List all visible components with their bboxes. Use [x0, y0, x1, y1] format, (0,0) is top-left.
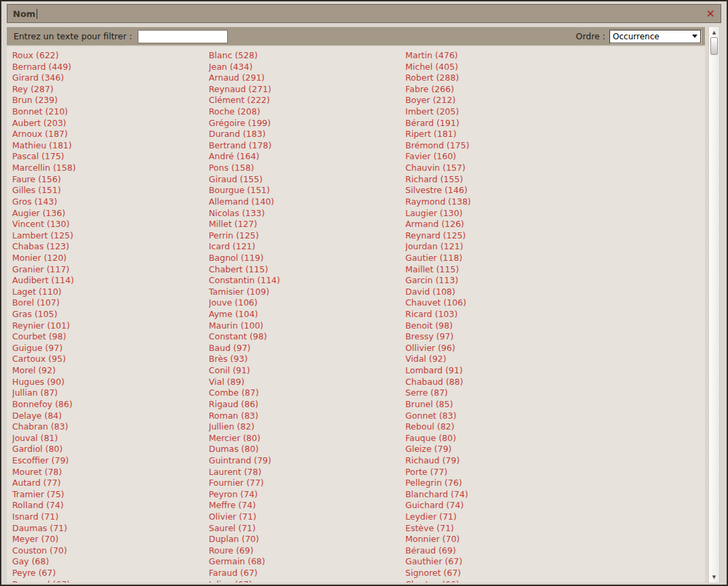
list-item[interactable]: Duplan (70)	[209, 534, 405, 545]
list-item[interactable]: Roman (83)	[209, 411, 405, 422]
list-item[interactable]: Audibert (114)	[12, 275, 209, 287]
list-item[interactable]: Gleize (79)	[405, 444, 602, 455]
list-item[interactable]: Arnoux (187)	[12, 129, 209, 140]
list-item[interactable]: Faure (156)	[12, 174, 209, 186]
filter-input[interactable]	[138, 30, 228, 43]
list-item[interactable]: Serre (87)	[405, 388, 602, 399]
list-item[interactable]: Favier (160)	[405, 151, 602, 163]
list-item[interactable]: Borel (107)	[12, 297, 209, 309]
list-item[interactable]: Chabas (123)	[12, 241, 209, 253]
order-select[interactable]: Occurrence	[609, 30, 701, 43]
list-item[interactable]: Reynier (101)	[12, 320, 209, 332]
list-item[interactable]: Constantin (114)	[209, 275, 405, 287]
list-item[interactable]: Signoret (67)	[405, 568, 602, 579]
list-item[interactable]: Reynaud (271)	[209, 84, 405, 96]
list-item[interactable]: Armand (126)	[405, 219, 602, 230]
list-item[interactable]: Gras (105)	[12, 309, 209, 320]
list-item[interactable]: Nicolas (133)	[209, 208, 405, 219]
list-item[interactable]: Durand (183)	[209, 129, 405, 140]
list-item[interactable]: Bertrand (178)	[209, 140, 405, 152]
list-item[interactable]: Boyer (212)	[405, 95, 602, 106]
list-item[interactable]: Estève (71)	[405, 523, 602, 535]
list-item[interactable]: Gilles (151)	[12, 185, 209, 196]
list-item[interactable]: Richard (155)	[405, 174, 602, 186]
list-item[interactable]: Ayme (104)	[209, 309, 405, 320]
list-item[interactable]: Grégoire (199)	[209, 118, 405, 129]
list-item[interactable]: Bressy (97)	[405, 331, 602, 343]
list-item[interactable]: Blanchard (74)	[405, 489, 602, 501]
list-item[interactable]: André (164)	[209, 151, 405, 163]
list-item[interactable]: Laurent (78)	[209, 467, 405, 478]
list-item[interactable]: Baud (97)	[209, 343, 405, 354]
list-item[interactable]: Jullian (87)	[12, 388, 209, 399]
list-item[interactable]: Icard (121)	[209, 241, 405, 253]
list-item[interactable]: Tramier (75)	[12, 489, 209, 501]
list-item[interactable]: Rey (287)	[12, 84, 209, 96]
list-item[interactable]: Chauvin (157)	[405, 163, 602, 174]
list-item[interactable]: Meffre (74)	[209, 500, 405, 511]
list-item[interactable]: Morel (92)	[12, 365, 209, 377]
scrollbar-thumb[interactable]	[710, 37, 718, 55]
list-item[interactable]: Chauvet (106)	[405, 297, 602, 309]
list-item[interactable]: Vincent (130)	[12, 219, 209, 230]
list-item[interactable]: Allemand (140)	[209, 196, 405, 208]
list-item[interactable]: Bourgue (151)	[209, 185, 405, 196]
close-icon[interactable]: ×	[706, 8, 715, 19]
list-item[interactable]: Silvestre (146)	[405, 185, 602, 196]
list-item[interactable]: Bagnol (119)	[209, 253, 405, 264]
list-item[interactable]: Bonnaud (67)	[12, 579, 209, 583]
list-item[interactable]: Daumas (71)	[12, 523, 209, 535]
list-item[interactable]: Girard (346)	[12, 72, 209, 84]
list-item[interactable]: Saurel (71)	[209, 523, 405, 535]
list-item[interactable]: Lombard (91)	[405, 365, 602, 377]
list-item[interactable]: Chabert (115)	[209, 264, 405, 276]
list-item[interactable]: Granier (117)	[12, 264, 209, 276]
list-item[interactable]: Brunel (85)	[405, 399, 602, 411]
vertical-scrollbar[interactable]: ▲ ▼	[708, 27, 720, 583]
list-item[interactable]: Millet (127)	[209, 219, 405, 230]
list-item[interactable]: Mathieu (181)	[12, 140, 209, 152]
list-item[interactable]: Vial (89)	[209, 377, 405, 388]
list-item[interactable]: Peyre (67)	[12, 568, 209, 579]
list-item[interactable]: Reboul (82)	[405, 421, 602, 433]
list-item[interactable]: Julien (67)	[209, 579, 405, 583]
list-item[interactable]: Giraud (155)	[209, 174, 405, 186]
list-item[interactable]: Chabran (83)	[12, 421, 209, 433]
list-item[interactable]: Jouval (81)	[12, 433, 209, 444]
list-item[interactable]: Robert (288)	[405, 72, 602, 84]
list-item[interactable]: Brémond (175)	[405, 140, 602, 152]
list-item[interactable]: Isnard (71)	[12, 511, 209, 523]
list-item[interactable]: Chabaud (88)	[405, 377, 602, 388]
list-item[interactable]: Jourdan (121)	[405, 241, 602, 253]
list-item[interactable]: Gros (143)	[12, 196, 209, 208]
scroll-up-icon[interactable]: ▲	[709, 29, 719, 36]
list-item[interactable]: Pascal (175)	[12, 151, 209, 163]
list-item[interactable]: Porte (77)	[405, 467, 602, 478]
list-item[interactable]: Laget (110)	[12, 287, 209, 298]
list-item[interactable]: Monnier (70)	[405, 534, 602, 545]
list-item[interactable]: Brès (93)	[209, 354, 405, 365]
scroll-down-icon[interactable]: ▼	[709, 574, 719, 581]
list-item[interactable]: Ollivier (96)	[405, 343, 602, 354]
list-item[interactable]: Ricard (103)	[405, 309, 602, 320]
list-item[interactable]: Vidal (92)	[405, 354, 602, 365]
list-item[interactable]: Bérard (191)	[405, 118, 602, 129]
list-item[interactable]: Arnaud (291)	[209, 72, 405, 84]
list-item[interactable]: Laugier (130)	[405, 208, 602, 219]
list-item[interactable]: Conil (91)	[209, 365, 405, 377]
list-item[interactable]: Jouve (106)	[209, 297, 405, 309]
list-item[interactable]: Pellegrin (76)	[405, 478, 602, 489]
list-item[interactable]: Dumas (80)	[209, 444, 405, 455]
list-item[interactable]: Gauthier (67)	[405, 556, 602, 568]
list-item[interactable]: Tamisier (109)	[209, 287, 405, 298]
list-item[interactable]: Guigue (97)	[12, 343, 209, 354]
list-item[interactable]: Aubert (203)	[12, 118, 209, 129]
list-item[interactable]: Roche (208)	[209, 106, 405, 118]
list-item[interactable]: Rigaud (86)	[209, 399, 405, 411]
list-item[interactable]: Charton (66)	[405, 579, 602, 583]
list-item[interactable]: Cartoux (95)	[12, 354, 209, 365]
list-item[interactable]: Roux (622)	[12, 50, 209, 62]
list-item[interactable]: Augier (136)	[12, 208, 209, 219]
list-item[interactable]: Autard (77)	[12, 478, 209, 489]
list-item[interactable]: Constant (98)	[209, 331, 405, 343]
